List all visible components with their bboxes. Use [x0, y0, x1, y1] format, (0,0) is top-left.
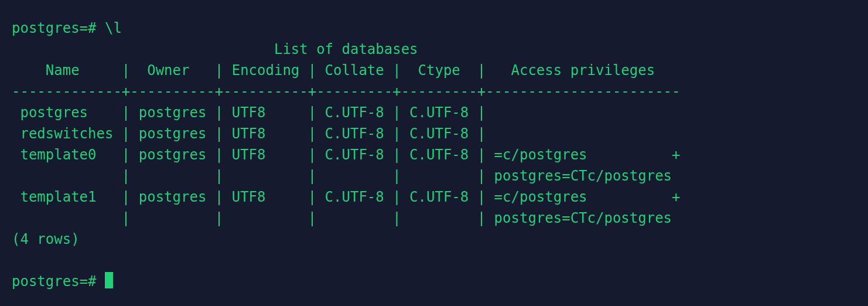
command[interactable]: \l [105, 20, 122, 36]
separator-row: -------------+----------+----------+----… [12, 83, 681, 100]
prompt-line: postgres=# \l [12, 20, 122, 36]
prompt: postgres=# [12, 20, 97, 36]
row-count: (4 rows) [12, 231, 80, 247]
terminal-output: postgres=# \l List of databases Name | O… [0, 0, 868, 304]
data-rows: postgres | postgres | UTF8 | C.UTF-8 | C… [12, 104, 681, 226]
prompt: postgres=# [12, 273, 97, 290]
table-title: List of databases [12, 41, 681, 57]
cursor-block[interactable] [105, 272, 113, 288]
header-row: Name | Owner | Encoding | Collate | Ctyp… [12, 62, 681, 79]
